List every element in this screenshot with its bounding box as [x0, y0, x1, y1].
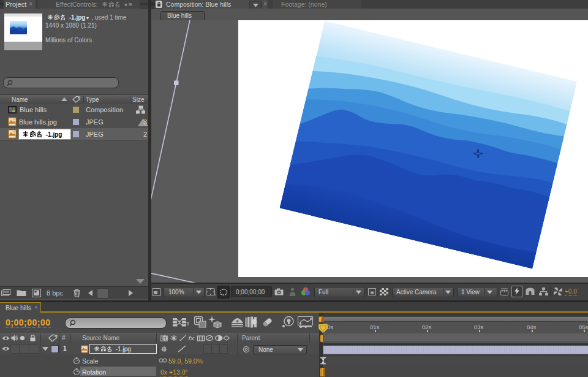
svg-text:fx: fx [188, 335, 194, 341]
